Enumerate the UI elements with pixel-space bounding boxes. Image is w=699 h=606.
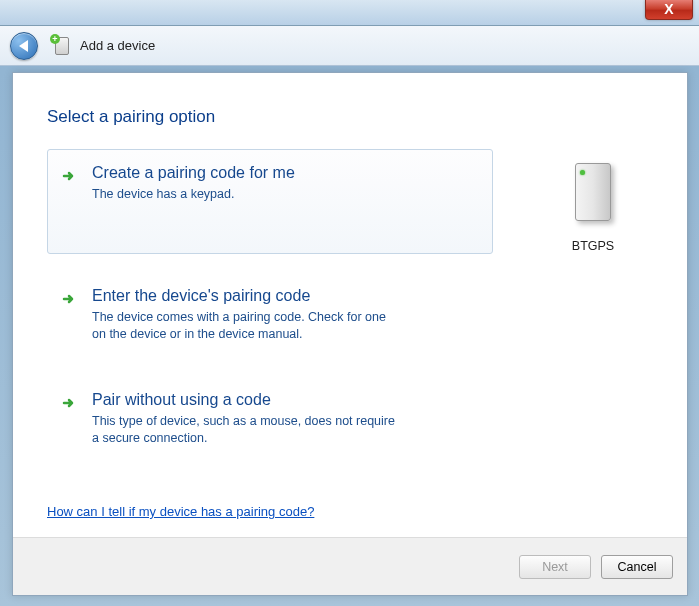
option-title: Pair without using a code — [92, 391, 476, 409]
device-tower-icon — [563, 159, 623, 229]
option-title: Enter the device's pairing code — [92, 287, 476, 305]
next-button[interactable]: Next — [519, 555, 591, 579]
close-icon: X — [664, 1, 673, 17]
page-title: Select a pairing option — [47, 107, 653, 127]
arrow-right-icon — [62, 391, 80, 447]
close-button[interactable]: X — [645, 0, 693, 20]
nav-title: Add a device — [80, 38, 155, 53]
arrow-left-icon — [19, 40, 28, 52]
button-bar: Next Cancel — [13, 537, 687, 595]
option-desc: The device has a keypad. — [92, 186, 402, 203]
device-label: BTGPS — [533, 239, 653, 253]
add-device-icon: + — [52, 36, 72, 56]
option-desc: The device comes with a pairing code. Ch… — [92, 309, 402, 343]
nav-bar: + Add a device — [0, 26, 699, 66]
help-link[interactable]: How can I tell if my device has a pairin… — [47, 504, 314, 519]
cancel-button[interactable]: Cancel — [601, 555, 673, 579]
option-enter-code[interactable]: Enter the device's pairing code The devi… — [47, 272, 493, 358]
back-button[interactable] — [10, 32, 38, 60]
title-bar: X — [0, 0, 699, 26]
content-area: Select a pairing option Create a pairing… — [13, 73, 687, 537]
option-create-code[interactable]: Create a pairing code for me The device … — [47, 149, 493, 254]
option-no-code[interactable]: Pair without using a code This type of d… — [47, 376, 493, 462]
arrow-right-icon — [62, 164, 80, 203]
arrow-right-icon — [62, 287, 80, 343]
option-title: Create a pairing code for me — [92, 164, 476, 182]
option-desc: This type of device, such as a mouse, do… — [92, 413, 402, 447]
device-panel: BTGPS — [533, 149, 653, 479]
wizard-window: Select a pairing option Create a pairing… — [12, 72, 688, 596]
